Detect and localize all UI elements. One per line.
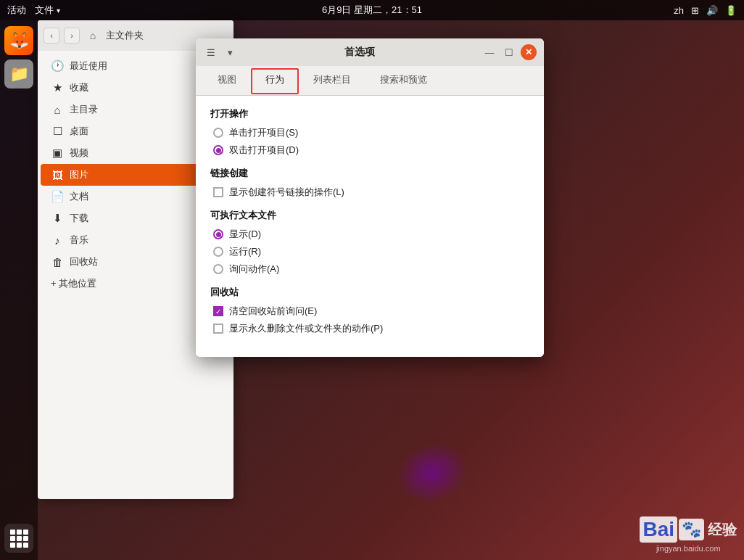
maximize-btn[interactable]: ☐ bbox=[501, 44, 517, 60]
show-symlink-checkbox[interactable] bbox=[213, 187, 223, 197]
sidebar-label-documents: 文档 bbox=[70, 190, 88, 203]
sidebar-label-desktop: 桌面 bbox=[70, 125, 88, 138]
topbar-left: 活动 文件 ▾ bbox=[7, 4, 60, 17]
pictures-icon: 🖼 bbox=[51, 169, 64, 181]
show-symlink-option[interactable]: 显示创建符号链接的操作(L) bbox=[213, 186, 529, 199]
network-icon[interactable]: ⊞ bbox=[691, 5, 699, 16]
confirm-empty-checkbox[interactable] bbox=[213, 306, 223, 316]
dialog-titlebar-left: ☰ ▾ bbox=[203, 44, 238, 60]
battery-icon[interactable]: 🔋 bbox=[725, 5, 737, 16]
run-label: 运行(R) bbox=[229, 245, 261, 258]
open-action-title: 打开操作 bbox=[210, 107, 529, 120]
minimize-btn[interactable]: — bbox=[481, 44, 497, 60]
sidebar-label-music: 音乐 bbox=[70, 234, 88, 247]
ask-option[interactable]: 询问动作(A) bbox=[213, 263, 529, 276]
music-icon: ♪ bbox=[51, 234, 64, 247]
open-action-options: 单击打开项目(S) 双击打开项目(D) bbox=[213, 126, 529, 157]
back-button[interactable]: ‹ bbox=[44, 28, 59, 44]
single-click-option[interactable]: 单击打开项目(S) bbox=[213, 126, 529, 139]
section-link-creation: 链接创建 显示创建符号链接的操作(L) bbox=[210, 167, 529, 199]
run-radio[interactable] bbox=[213, 247, 223, 257]
home-dir-icon: ⌂ bbox=[51, 104, 64, 116]
topbar-right: zh ⊞ 🔊 🔋 bbox=[674, 5, 737, 16]
dialog-content: 打开操作 单击打开项目(S) 双击打开项目(D) 链接创建 bbox=[196, 96, 544, 357]
tab-behavior[interactable]: 行为 bbox=[251, 66, 299, 95]
double-click-option[interactable]: 双击打开项目(D) bbox=[213, 144, 529, 157]
topbar-datetime: 6月9日 星期二，21：51 bbox=[322, 4, 422, 17]
trash-options: 清空回收站前询问(E) 显示永久删除文件或文件夹的动作(P) bbox=[213, 305, 529, 335]
files-arrow: ▾ bbox=[57, 7, 60, 15]
documents-icon: 📄 bbox=[51, 190, 64, 203]
show-delete-label: 显示永久删除文件或文件夹的动作(P) bbox=[229, 322, 383, 335]
confirm-empty-label: 清空回收站前询问(E) bbox=[229, 305, 317, 318]
double-click-label: 双击打开项目(D) bbox=[229, 144, 299, 157]
display-radio[interactable] bbox=[213, 229, 223, 239]
dock-files[interactable]: 📁 bbox=[4, 59, 33, 88]
downloads-icon: ⬇ bbox=[51, 212, 64, 225]
menu-button[interactable]: ☰ bbox=[203, 44, 219, 60]
baidu-jingyan: 经验 bbox=[708, 520, 737, 540]
baidu-paw-icon: 🐾 bbox=[679, 519, 704, 540]
sidebar-label-other: + 其他位置 bbox=[51, 277, 96, 290]
dock: 🦊 📁 bbox=[0, 20, 38, 560]
single-click-radio[interactable] bbox=[213, 128, 223, 138]
executable-options: 显示(D) 运行(R) 询问动作(A) bbox=[213, 228, 529, 276]
link-creation-options: 显示创建符号链接的操作(L) bbox=[213, 186, 529, 199]
desktop: 🦊 📁 ‹ › ⌂ 主文件夹 🕐 最近使用 ★ bbox=[0, 20, 744, 560]
videos-icon: ▣ bbox=[51, 147, 64, 160]
desktop-icon: ☐ bbox=[51, 125, 64, 138]
baidu-logo-area: Bai 🐾 经验 bbox=[640, 516, 737, 543]
forward-button[interactable]: › bbox=[64, 28, 80, 44]
ask-radio[interactable] bbox=[213, 264, 223, 274]
link-creation-title: 链接创建 bbox=[210, 167, 529, 180]
run-option[interactable]: 运行(R) bbox=[213, 245, 529, 258]
single-click-label: 单击打开项目(S) bbox=[229, 126, 298, 139]
section-open-action: 打开操作 单击打开项目(S) 双击打开项目(D) bbox=[210, 107, 529, 157]
sidebar-label-videos: 视频 bbox=[70, 147, 88, 160]
executable-title: 可执行文本文件 bbox=[210, 209, 529, 222]
trash-title: 回收站 bbox=[210, 286, 529, 299]
close-button[interactable]: ✕ bbox=[521, 44, 537, 60]
dock-firefox[interactable]: 🦊 bbox=[4, 26, 33, 55]
home-icon[interactable]: ⌂ bbox=[84, 27, 102, 44]
section-executable: 可执行文本文件 显示(D) 运行(R) 询问动作(A) bbox=[210, 209, 529, 276]
dialog-title: 首选项 bbox=[238, 46, 481, 59]
double-click-radio[interactable] bbox=[213, 145, 223, 155]
ask-label: 询问动作(A) bbox=[229, 263, 279, 276]
grid-icon bbox=[10, 530, 28, 548]
section-trash: 回收站 清空回收站前询问(E) 显示永久删除文件或文件夹的动作(P) bbox=[210, 286, 529, 335]
display-label: 显示(D) bbox=[229, 228, 261, 241]
apps-grid-button[interactable] bbox=[4, 524, 33, 553]
dialog-controls: — ☐ ✕ bbox=[481, 44, 537, 60]
baidu-url: jingyan.baidu.com bbox=[640, 544, 737, 553]
baidu-watermark: Bai 🐾 经验 jingyan.baidu.com bbox=[640, 516, 737, 553]
sidebar-label-recent: 最近使用 bbox=[70, 59, 107, 73]
topbar: 活动 文件 ▾ 6月9日 星期二，21：51 zh ⊞ 🔊 🔋 bbox=[0, 0, 744, 20]
confirm-empty-option[interactable]: 清空回收站前询问(E) bbox=[213, 305, 529, 318]
activities-label[interactable]: 活动 bbox=[7, 4, 26, 17]
sidebar-label-favorites: 收藏 bbox=[70, 81, 88, 94]
recent-icon: 🕐 bbox=[51, 59, 64, 73]
sound-icon[interactable]: 🔊 bbox=[706, 5, 718, 16]
files-menu[interactable]: 文件 ▾ bbox=[35, 4, 60, 17]
show-delete-option[interactable]: 显示永久删除文件或文件夹的动作(P) bbox=[213, 322, 529, 335]
sidebar-label-trash: 回收站 bbox=[70, 255, 98, 268]
tab-view[interactable]: 视图 bbox=[203, 66, 251, 95]
baidu-logo-text: Bai bbox=[640, 516, 677, 543]
preferences-dialog: ☰ ▾ 首选项 — ☐ ✕ 视图 行为 列表栏目 搜索和预览 bbox=[196, 38, 544, 357]
sidebar-label-pictures: 图片 bbox=[70, 168, 88, 181]
lang-indicator[interactable]: zh bbox=[674, 5, 684, 16]
menu-down-button[interactable]: ▾ bbox=[222, 44, 238, 60]
tab-list-columns[interactable]: 列表栏目 bbox=[299, 66, 365, 95]
sidebar-label-home: 主目录 bbox=[70, 103, 98, 116]
show-delete-checkbox[interactable] bbox=[213, 324, 223, 334]
dialog-tabs: 视图 行为 列表栏目 搜索和预览 bbox=[196, 66, 544, 96]
show-symlink-label: 显示创建符号链接的操作(L) bbox=[229, 186, 344, 199]
files-label: 文件 bbox=[35, 4, 54, 17]
tab-search-preview[interactable]: 搜索和预览 bbox=[365, 66, 442, 95]
sidebar-label-downloads: 下载 bbox=[70, 212, 88, 225]
display-option[interactable]: 显示(D) bbox=[213, 228, 529, 241]
trash-icon: 🗑 bbox=[51, 256, 64, 268]
dialog-titlebar: ☰ ▾ 首选项 — ☐ ✕ bbox=[196, 38, 544, 66]
favorites-icon: ★ bbox=[51, 81, 64, 94]
